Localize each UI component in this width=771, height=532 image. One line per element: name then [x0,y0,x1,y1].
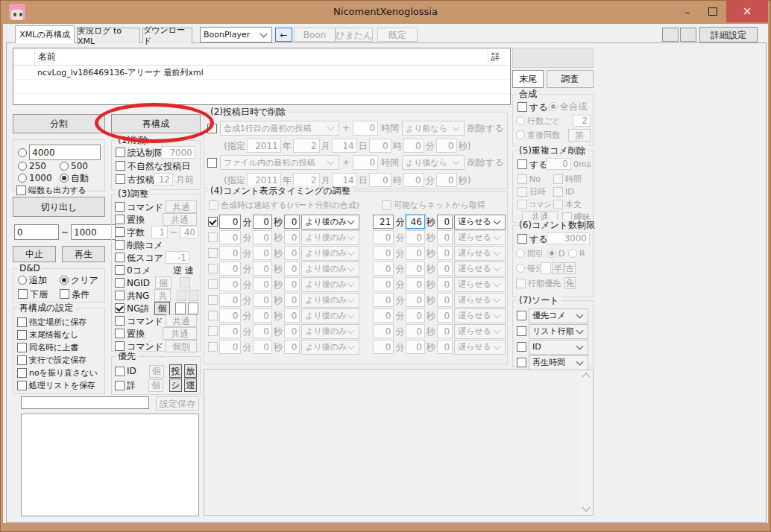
limit-d-radio[interactable] [547,249,556,258]
size-1000-radio[interactable] [18,174,27,183]
concat-on-merge-checkbox[interactable] [209,200,218,210]
timing-left-min-input[interactable]: 0 [219,324,241,338]
sort-checkbox[interactable] [517,358,526,367]
timing-right-min-input[interactable]: 0 [373,277,394,291]
timing-left-frac-input[interactable]: 0 [284,293,300,307]
settings-item-checkbox[interactable] [17,317,27,327]
timing-right-mode-select[interactable]: 遅らせる [454,246,506,261]
timing-right-sec-input[interactable]: 0 [406,308,424,323]
timing-right-min-input[interactable]: 0 [373,230,394,244]
player-select[interactable]: BoonPlayer [200,27,272,42]
range-to-input[interactable]: 1000 [71,224,116,240]
timing-enable-checkbox[interactable] [208,342,218,352]
file-list[interactable]: 名前 詳 ncvLog_lv186469136-アリーナ 最前列xml [13,48,511,105]
play-button[interactable]: 再生 [62,246,105,262]
priority-un-button[interactable]: 運 [184,379,197,392]
timing-left-frac-input[interactable]: 0 [284,324,300,338]
timing-left-min-input[interactable]: 0 [219,293,241,307]
date-2-hour-input[interactable]: 0 [369,173,391,187]
char-count-checkbox[interactable] [115,227,125,237]
timing-left-min-input[interactable]: 0 [219,246,241,260]
merge-lines-input[interactable]: 2 [573,115,591,127]
zero-comment-checkbox[interactable] [115,265,125,275]
dup-do-checkbox[interactable] [517,159,527,169]
size-custom-input[interactable]: 4000 [29,145,101,160]
size-500-radio[interactable] [60,162,69,171]
remainder-checkbox[interactable] [16,186,26,195]
timing-left-min-input[interactable]: 0 [219,262,241,276]
replace2-checkbox[interactable] [115,329,125,338]
settings-item-checkbox[interactable] [17,368,27,378]
date-1-min-input[interactable]: 0 [403,139,424,153]
date-1-hour-input[interactable]: 0 [369,139,391,153]
date-1-sec-input[interactable]: 0 [436,139,457,153]
preset-name-input[interactable] [21,396,149,409]
shared-ng-button[interactable]: 共 [154,289,171,302]
read-limit-checkbox[interactable] [116,148,125,157]
replace1-checkbox[interactable] [115,215,125,224]
timing-left-sec-input[interactable]: 0 [253,308,271,323]
command1-checkbox[interactable] [115,202,125,212]
timing-left-mode-select[interactable]: より後のみ [301,215,359,229]
timing-left-min-input[interactable]: 0 [219,308,241,323]
timing-right-min-input[interactable]: 0 [373,293,394,307]
date-1-year-input[interactable]: 2011 [247,139,281,153]
timing-right-sec-input[interactable]: 0 [406,262,424,276]
merge-same-after-radio[interactable] [516,130,525,139]
char-min-input[interactable]: 1 [151,226,168,238]
old-post-months-input[interactable]: 12 [154,173,173,186]
close-button[interactable]: × [726,0,768,22]
timing-right-mode-select[interactable]: 遅らせる [454,340,506,355]
tail-button[interactable]: 末尾 [512,70,544,88]
timing-left-frac-input[interactable]: 0 [284,262,300,276]
date-delete-2-hours-input[interactable]: 0 [353,155,378,170]
timing-right-sec-input[interactable]: 0 [406,246,424,260]
priority-shi-button[interactable]: シ [169,379,182,392]
timing-left-min-input[interactable]: 0 [219,277,241,291]
timing-right-sec-input[interactable]: 46 [406,215,424,229]
back-arrow-button[interactable]: ← [275,28,292,42]
limit-exempt-button[interactable]: 免 [564,277,576,289]
timing-right-mode-select[interactable]: 遅らせる [454,308,506,323]
timing-right-frac-input[interactable]: 0 [437,308,453,323]
command3-checkbox[interactable] [115,341,125,351]
char-max-input[interactable]: 40 [180,226,198,238]
merge-dai-button[interactable]: 第 [568,129,591,142]
timing-enable-checkbox[interactable] [208,217,218,227]
timing-enable-checkbox[interactable] [208,279,218,289]
date-2-sec-input[interactable]: 0 [436,173,457,187]
unnatural-date-checkbox[interactable] [116,161,125,171]
ng-word-individual-button[interactable]: 個 [154,302,170,315]
old-post-checkbox[interactable] [116,174,125,184]
toolbar-blank-button-2[interactable] [680,28,696,42]
timing-right-min-input[interactable]: 21 [373,215,394,229]
timing-left-mode-select[interactable]: より後のみ [301,230,359,245]
timing-right-min-input[interactable]: 0 [373,262,394,276]
shared-ng-checkbox[interactable] [115,291,125,300]
preset-list-box[interactable] [21,414,199,516]
date-delete-1-checkbox[interactable] [207,124,217,133]
replace2-common-button[interactable]: 共通 [163,327,197,340]
stop-button[interactable]: 中止 [13,246,56,262]
cutout-button[interactable]: 切り出し [13,197,105,217]
dnd-cond-checkbox[interactable] [60,289,69,299]
shared-ng-box-2[interactable] [189,290,198,301]
timing-left-mode-select[interactable]: より後のみ [301,246,359,261]
timing-right-sec-input[interactable]: 0 [406,230,424,244]
replace1-common-button[interactable]: 共通 [163,213,197,226]
maximize-button[interactable] [701,1,725,22]
timing-left-min-input[interactable]: 0 [219,340,241,354]
rebuild-button[interactable]: 再構成 [111,114,201,133]
timing-enable-checkbox[interactable] [208,248,218,258]
priority-post-button[interactable]: 投 [169,364,182,378]
ng-word-box-1[interactable] [175,303,186,314]
tab-live-log-to-xml[interactable]: 実況ログ to XML [77,28,140,43]
sort-select[interactable]: リスト行順 [529,324,588,339]
timing-right-frac-input[interactable]: 0 [437,277,453,291]
delete-comment-checkbox[interactable] [115,240,125,250]
settings-item-checkbox[interactable] [17,343,27,352]
timing-right-min-input[interactable]: 0 [373,246,394,260]
dnd-add-radio[interactable] [18,276,27,285]
shared-ng-box-1[interactable] [177,290,186,301]
timing-left-sec-input[interactable]: 0 [253,293,271,307]
